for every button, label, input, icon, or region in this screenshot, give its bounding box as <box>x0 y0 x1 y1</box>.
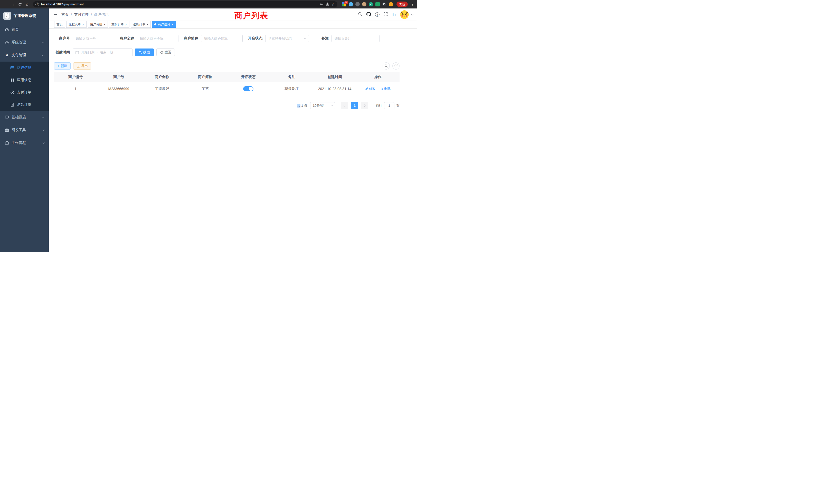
app-shell: 芋道管理系统 首页 系统管理 ¥ 支付管理 商户信息 <box>0 8 417 252</box>
home-icon[interactable]: ⌂ <box>24 2 30 6</box>
sidebar-item-app-info[interactable]: 应用信息 <box>0 74 49 86</box>
create-time-range-picker[interactable]: 开始日期 - 结束日期 <box>73 48 133 56</box>
cell-merchant-no: M233666999 <box>97 82 140 96</box>
address-bar[interactable]: i localhost:1024/pay/merchant ☆ <box>33 1 337 7</box>
delete-link[interactable]: 删除 <box>380 87 391 91</box>
page-number-1[interactable]: 1 <box>351 102 358 109</box>
tab-close-icon[interactable]: × <box>82 23 84 26</box>
prev-page-button[interactable] <box>341 102 348 109</box>
reset-button[interactable]: 重置 <box>156 48 175 56</box>
tab-label: 支付订单 <box>111 22 124 27</box>
font-size-icon[interactable]: TT <box>392 12 396 17</box>
export-button[interactable]: 导出 <box>73 62 91 70</box>
breadcrumb-home[interactable]: 首页 <box>61 12 69 17</box>
sidebar-item-infrastructure[interactable]: 基础设施 <box>0 111 49 124</box>
sidebar-item-label: 基础设施 <box>12 115 40 120</box>
extension-doc-icon[interactable] <box>375 2 380 6</box>
tab-refund-orders[interactable]: 退款订单 × <box>131 21 151 28</box>
short-name-label: 商户简称 <box>184 36 198 41</box>
extension-dark-icon[interactable] <box>355 2 360 6</box>
sidebar-item-refund-orders[interactable]: 退款订单 <box>0 98 49 111</box>
goto-page-input[interactable] <box>384 102 394 109</box>
tab-label: 退款订单 <box>133 22 145 27</box>
sidebar-item-payment[interactable]: ¥ 支付管理 <box>0 49 49 62</box>
status-select[interactable]: 请选择开启状态 <box>265 35 309 42</box>
cell-full-name: 芋道源码 <box>140 82 183 96</box>
tab-label: 流程表单 <box>69 22 81 27</box>
sidebar-item-merchant-info[interactable]: 商户信息 <box>0 62 49 74</box>
search-icon[interactable] <box>358 12 362 17</box>
tab-merchant-info[interactable]: 商户信息 × <box>152 21 176 28</box>
table-header-row: 商户编号 商户号 商户全称 商户简称 开启状态 备注 创建时间 操作 <box>54 72 399 82</box>
tab-label: 用户分组 <box>90 22 103 27</box>
status-toggle[interactable] <box>243 86 254 91</box>
extension-knot-icon[interactable] <box>382 2 387 6</box>
github-icon[interactable] <box>367 12 371 18</box>
back-icon[interactable]: ← <box>3 2 9 6</box>
next-page-button[interactable] <box>361 102 368 109</box>
extension-smiley-icon[interactable] <box>389 2 393 6</box>
extension-grid-icon[interactable]: 10 <box>342 2 346 6</box>
download-icon <box>76 64 80 68</box>
refresh-table-button[interactable] <box>392 62 399 70</box>
user-dropdown-caret[interactable] <box>411 13 414 16</box>
plus-icon: + <box>57 64 59 68</box>
user-avatar[interactable] <box>400 10 409 19</box>
toggle-search-button[interactable] <box>382 62 390 70</box>
edit-link[interactable]: 修改 <box>365 87 376 91</box>
fullscreen-icon[interactable] <box>383 12 388 17</box>
search-button[interactable]: 搜索 <box>135 48 154 56</box>
forward-icon[interactable]: → <box>10 2 16 6</box>
sidebar-item-system[interactable]: 系统管理 <box>0 36 49 49</box>
share-icon[interactable] <box>326 2 329 6</box>
browser-update-button[interactable]: 更新 <box>396 2 408 7</box>
top-navbar: 首页 / 支付管理 / 商户信息 商户列表 ? TT <box>49 8 417 21</box>
browser-toolbar: ← → ⌂ i localhost:1024/pay/merchant ☆ 10… <box>0 0 417 8</box>
status-select-placeholder: 请选择开启状态 <box>268 36 292 41</box>
tab-home[interactable]: 首页 <box>54 21 65 28</box>
bookmark-star-icon[interactable]: ☆ <box>331 2 335 6</box>
sidebar-toggle-icon[interactable] <box>53 13 57 17</box>
chevron-right-icon <box>363 105 366 107</box>
browser-menu-icon[interactable]: ⋮ <box>411 2 414 7</box>
breadcrumb-payment[interactable]: 支付管理 <box>74 12 89 17</box>
add-button[interactable]: + 新增 <box>54 62 71 70</box>
search-icon <box>139 51 142 54</box>
tab-payment-orders[interactable]: 支付订单 × <box>109 21 129 28</box>
reload-arrow-icon <box>18 3 22 6</box>
tab-close-icon[interactable]: × <box>125 23 127 26</box>
full-name-input[interactable] <box>137 35 178 42</box>
tab-close-icon[interactable]: × <box>147 23 149 26</box>
goto-suffix: 页 <box>396 104 399 108</box>
col-status: 开启状态 <box>227 72 270 82</box>
remark-label: 备注 <box>322 36 329 41</box>
delete-label: 删除 <box>384 87 391 91</box>
extension-profile-icon[interactable] <box>362 2 367 6</box>
extension-check-icon[interactable]: ✓ <box>369 2 373 6</box>
merchant-no-input[interactable] <box>73 35 114 42</box>
tags-view: 首页 流程表单 × 用户分组 × 支付订单 × 退款订单 × 商户信息 × <box>49 21 417 28</box>
filter-full-name: 商户全称 <box>120 35 178 42</box>
calendar-icon <box>75 50 79 54</box>
tab-close-icon[interactable]: × <box>171 23 173 26</box>
sidebar-item-home[interactable]: 首页 <box>0 23 49 36</box>
tab-close-icon[interactable]: × <box>104 23 106 26</box>
sidebar-item-workflow[interactable]: 工作流程 <box>0 137 49 150</box>
tab-process-form[interactable]: 流程表单 × <box>66 21 87 28</box>
remark-input[interactable] <box>331 35 379 42</box>
col-merchant-no: 商户号 <box>97 72 140 82</box>
refresh-icon <box>394 64 398 68</box>
sidebar-item-devtools[interactable]: 研发工具 <box>0 124 49 137</box>
password-key-icon[interactable] <box>320 2 324 6</box>
site-info-icon[interactable]: i <box>36 3 39 6</box>
app-logo[interactable]: 芋道管理系统 <box>0 8 49 23</box>
tab-user-group[interactable]: 用户分组 × <box>88 21 108 28</box>
sidebar-item-payment-orders[interactable]: 支付订单 <box>0 86 49 98</box>
short-name-input[interactable] <box>201 35 243 42</box>
page-size-select[interactable]: 10条/页 <box>310 102 335 109</box>
help-icon[interactable]: ? <box>375 12 379 17</box>
extension-drop-icon[interactable] <box>349 2 353 6</box>
navbar-actions: ? TT <box>358 10 413 19</box>
reload-icon[interactable] <box>17 2 23 6</box>
filter-status: 开启状态 请选择开启状态 <box>248 35 309 42</box>
